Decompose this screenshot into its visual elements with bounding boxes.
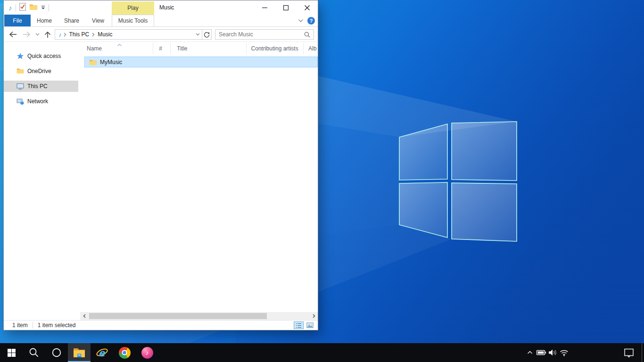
- navigation-toolbar: ♪ This PC Music: [4, 27, 318, 42]
- selection-count: 1 item selected: [38, 322, 76, 329]
- quick-access-toolbar: ♪: [8, 0, 49, 15]
- volume-icon[interactable]: [547, 343, 558, 362]
- column-header-album[interactable]: Alb: [304, 43, 318, 54]
- wifi-icon[interactable]: [558, 343, 570, 362]
- taskbar-search-icon[interactable]: [23, 343, 45, 362]
- search-box[interactable]: [215, 29, 314, 40]
- status-bar: 1 item 1 item selected: [4, 320, 318, 330]
- tab-file[interactable]: File: [4, 15, 31, 26]
- sidebar-item-label: This PC: [27, 83, 48, 90]
- maximize-button[interactable]: [275, 0, 297, 15]
- separator: [16, 4, 16, 11]
- hidden-icons-chevron-icon[interactable]: [524, 343, 536, 362]
- breadcrumb-this-pc[interactable]: This PC: [66, 30, 92, 39]
- sidebar-item-network[interactable]: Network: [4, 96, 78, 107]
- desktop: ♪ Play Music: [0, 0, 644, 362]
- sidebar-item-label: Network: [27, 98, 48, 105]
- properties-check-icon[interactable]: [19, 3, 26, 12]
- sort-ascending-icon: [117, 43, 122, 48]
- ribbon-contextual-group-play[interactable]: Play: [112, 1, 154, 15]
- sidebar-item-this-pc[interactable]: This PC: [4, 81, 78, 92]
- recent-locations-chevron-icon[interactable]: [33, 29, 41, 40]
- explorer-window: ♪ Play Music: [3, 0, 318, 330]
- address-bar[interactable]: ♪ This PC Music: [55, 29, 202, 40]
- ribbon-tab-row: File Home Share View Music Tools ?: [4, 15, 318, 27]
- help-button[interactable]: ?: [307, 17, 315, 25]
- customize-qat-dropdown-icon[interactable]: [41, 6, 45, 9]
- horizontal-scrollbar[interactable]: [80, 312, 318, 320]
- separator: [49, 4, 49, 11]
- collapse-ribbon-chevron-icon[interactable]: [298, 17, 304, 24]
- tab-view[interactable]: View: [88, 15, 108, 26]
- details-view-button[interactable]: [294, 321, 304, 329]
- search-input[interactable]: [215, 30, 304, 39]
- scrollbar-thumb[interactable]: [89, 313, 267, 319]
- taskbar-itunes-icon[interactable]: ♪: [136, 343, 158, 362]
- address-dropdown-chevron-icon[interactable]: [193, 30, 202, 39]
- system-tray: [524, 343, 570, 362]
- scroll-right-arrow-icon[interactable]: [310, 312, 318, 320]
- taskbar-internet-explorer-icon[interactable]: e: [91, 343, 113, 362]
- new-folder-icon[interactable]: [29, 3, 38, 12]
- music-note-icon: ♪: [8, 4, 12, 11]
- window-controls: [254, 0, 318, 15]
- navigation-pane: Quick access OneDrive This PC Network: [4, 42, 78, 312]
- forward-button[interactable]: [21, 29, 32, 40]
- tab-share[interactable]: Share: [59, 15, 84, 26]
- item-count: 1 item: [12, 322, 28, 329]
- cortana-icon[interactable]: [45, 343, 68, 362]
- separator: [33, 322, 33, 329]
- start-button[interactable]: [0, 343, 23, 362]
- title-bar: ♪ Play Music: [4, 0, 318, 15]
- thumbnail-view-button[interactable]: [305, 321, 315, 329]
- onedrive-folder-icon: [17, 67, 24, 75]
- search-icon[interactable]: [304, 32, 314, 38]
- column-header-name[interactable]: Name: [80, 43, 153, 54]
- column-header-number[interactable]: #: [153, 43, 171, 54]
- sidebar-item-label: OneDrive: [27, 68, 51, 74]
- svg-text:e: e: [99, 347, 106, 359]
- tab-music-tools[interactable]: Music Tools: [112, 15, 154, 26]
- column-header-title[interactable]: Title: [171, 43, 246, 54]
- folder-icon: [89, 59, 97, 66]
- back-button[interactable]: [8, 29, 19, 40]
- sidebar-item-onedrive[interactable]: OneDrive: [4, 66, 78, 77]
- taskbar-file-explorer-icon[interactable]: [68, 343, 91, 362]
- location-music-icon: ♪: [55, 31, 64, 38]
- taskbar-chrome-icon[interactable]: [113, 343, 136, 362]
- file-name: MyMusic: [100, 59, 122, 66]
- taskbar: e ♪: [0, 343, 644, 362]
- breadcrumb-music[interactable]: Music: [95, 30, 115, 39]
- refresh-button[interactable]: [202, 29, 212, 40]
- action-center-icon[interactable]: [618, 343, 640, 362]
- window-title: Music: [159, 4, 174, 11]
- network-icon: [17, 98, 24, 105]
- column-header-row: Name # Title Contributing artists Alb: [80, 43, 318, 54]
- battery-icon[interactable]: [536, 343, 547, 362]
- this-pc-icon: [17, 82, 24, 90]
- tab-home[interactable]: Home: [33, 15, 56, 26]
- file-row-mymusic[interactable]: MyMusic: [84, 57, 318, 67]
- sidebar-item-quick-access[interactable]: Quick access: [4, 50, 78, 62]
- close-button[interactable]: [297, 0, 318, 15]
- up-button[interactable]: [42, 29, 53, 40]
- scroll-left-arrow-icon[interactable]: [80, 312, 88, 320]
- quick-access-star-icon: [17, 52, 24, 60]
- sidebar-item-label: Quick access: [27, 53, 61, 59]
- show-desktop-button[interactable]: [642, 343, 642, 362]
- minimize-button[interactable]: [254, 0, 275, 15]
- column-header-contributing-artists[interactable]: Contributing artists: [247, 43, 304, 54]
